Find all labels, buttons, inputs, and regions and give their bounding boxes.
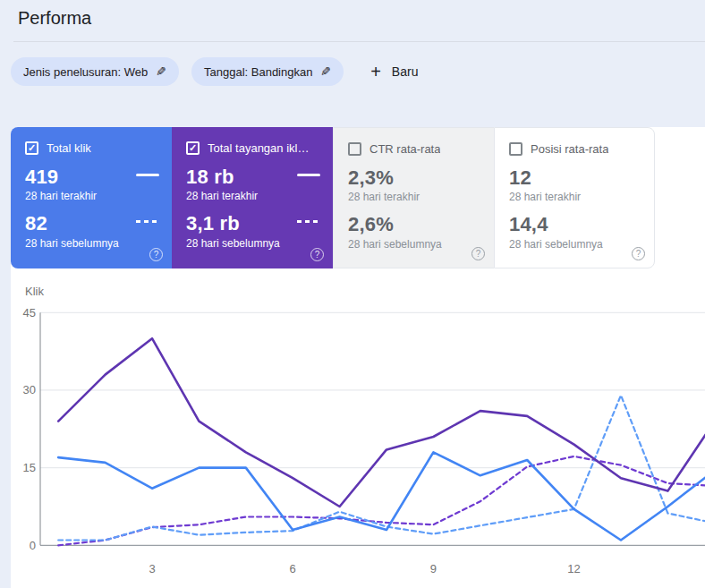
filter-chip-search-type[interactable]: Jenis penelusuran: Web ✎ (11, 57, 179, 86)
metric-card-posisi[interactable]: Posisi rata-rata 12 28 hari terakhir 14,… (494, 127, 655, 268)
metric-value-current: 2,3% (348, 166, 420, 189)
metric-caption-previous: 28 hari sebelumnya (509, 238, 603, 251)
page-title: Performa (18, 8, 91, 29)
svg-text:Klik: Klik (25, 285, 44, 298)
filter-chip-search-type-label: Jenis penelusuran: Web (23, 65, 148, 79)
metric-row: 82 28 hari sebelumnya (25, 212, 159, 259)
metric-row: 2,3% 28 hari terakhir (348, 166, 481, 213)
metric-row: 3,1 rb 28 hari sebelumnya (186, 212, 320, 259)
metric-caption-previous: 28 hari sebelumnya (25, 237, 119, 250)
card-head: Posisi rata-rata (509, 142, 641, 156)
metric-row: 12 28 hari terakhir (509, 166, 641, 213)
metric-cards-row: ✓ Total klik 419 28 hari terakhir 82 28 … (11, 127, 655, 268)
new-filter-label: Baru (392, 64, 419, 79)
metric-value-current: 419 (25, 166, 97, 188)
check-icon: ✓ (189, 143, 197, 153)
card-label: Total tayangan ikl… (208, 141, 309, 155)
card-head: CTR rata-rata (348, 142, 481, 156)
svg-text:0: 0 (30, 539, 36, 552)
metric-caption-current: 28 hari terakhir (509, 191, 581, 203)
help-icon[interactable]: ? (149, 248, 163, 261)
solid-line-indicator (297, 174, 320, 176)
metric-row: 14,4 28 hari sebelumnya (509, 213, 641, 260)
pencil-icon[interactable]: ✎ (156, 64, 166, 79)
series-line-2 (58, 338, 705, 507)
card-label: Posisi rata-rata (531, 142, 608, 156)
svg-text:9: 9 (430, 562, 437, 575)
svg-text:3: 3 (149, 562, 155, 575)
svg-text:12: 12 (567, 562, 580, 575)
filter-chip-date-compare[interactable]: Tanggal: Bandingkan ✎ (191, 57, 344, 86)
metric-value-previous: 14,4 (509, 213, 603, 235)
checkbox-ctr[interactable] (348, 142, 361, 156)
solid-line-indicator (136, 174, 159, 176)
metric-value-previous: 2,6% (348, 213, 442, 235)
filter-chip-date-compare-label: Tanggal: Bandingkan (204, 65, 312, 79)
metric-card-ctr[interactable]: CTR rata-rata 2,3% 28 hari terakhir 2,6%… (333, 127, 494, 268)
metric-card-total-klik[interactable]: ✓ Total klik 419 28 hari terakhir 82 28 … (11, 127, 172, 268)
help-icon[interactable]: ? (471, 247, 485, 260)
help-icon[interactable]: ? (310, 248, 324, 261)
dashed-line-indicator (297, 220, 320, 223)
dashed-line-indicator (136, 220, 159, 223)
metric-row: 18 rb 28 hari terakhir (186, 166, 320, 212)
metric-value-current: 18 rb (186, 166, 258, 188)
metric-card-total-tayangan[interactable]: ✓ Total tayangan ikl… 18 rb 28 hari tera… (172, 127, 333, 268)
metric-caption-current: 28 hari terakhir (186, 190, 258, 202)
svg-text:15: 15 (23, 461, 36, 474)
card-head: ✓ Total tayangan ikl… (186, 141, 320, 155)
metric-caption-current: 28 hari terakhir (25, 190, 97, 202)
metric-row: 419 28 hari terakhir (25, 166, 159, 212)
metric-caption-previous: 28 hari sebelumnya (348, 238, 442, 251)
metric-caption-current: 28 hari terakhir (348, 191, 420, 203)
svg-text:6: 6 (290, 562, 296, 575)
check-icon: ✓ (28, 143, 36, 153)
svg-text:45: 45 (23, 306, 36, 320)
checkbox-total-klik[interactable]: ✓ (25, 141, 38, 155)
metric-value-previous: 3,1 rb (186, 212, 280, 234)
plus-icon: + (370, 62, 381, 82)
pencil-icon[interactable]: ✎ (320, 64, 331, 79)
metric-row: 2,6% 28 hari sebelumnya (348, 213, 481, 260)
help-icon[interactable]: ? (632, 247, 645, 260)
metric-value-current: 12 (509, 166, 581, 189)
new-filter-button[interactable]: + Baru (370, 62, 418, 82)
checkbox-total-tayangan[interactable]: ✓ (186, 141, 200, 155)
card-label: CTR rata-rata (369, 142, 440, 156)
metric-caption-previous: 28 hari sebelumnya (186, 237, 280, 250)
filter-row: Jenis penelusuran: Web ✎ Tanggal: Bandin… (11, 57, 418, 86)
title-divider (13, 41, 705, 42)
checkbox-posisi[interactable] (509, 142, 522, 156)
card-head: ✓ Total klik (25, 141, 159, 155)
metric-value-previous: 82 (25, 212, 119, 234)
card-label: Total klik (47, 141, 91, 155)
svg-text:30: 30 (23, 383, 36, 396)
performance-chart[interactable]: 015304536912Klik (0, 277, 705, 588)
